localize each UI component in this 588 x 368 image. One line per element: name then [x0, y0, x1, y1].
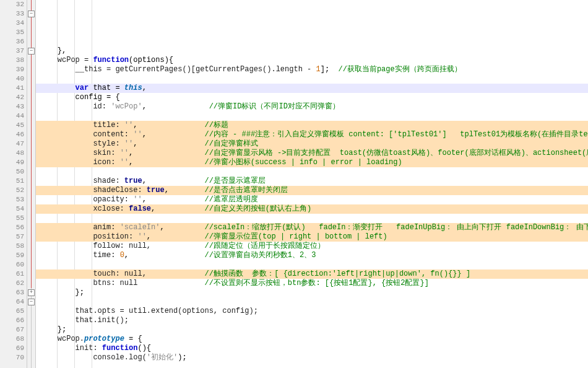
- line-number[interactable]: 42: [0, 93, 24, 102]
- code-line[interactable]: follow: null, //跟随定位（适用于长按跟随定位）: [36, 242, 588, 251]
- code-line[interactable]: },: [36, 46, 588, 56]
- line-number[interactable]: 51: [0, 177, 24, 186]
- line-number[interactable]: 36: [0, 37, 24, 46]
- token: ,: [147, 232, 205, 241]
- fold-expand-icon[interactable]: +: [28, 289, 35, 296]
- line-number[interactable]: 37: [0, 46, 24, 56]
- code-line[interactable]: position: '', //弹窗显示位置(top | right | bot…: [36, 232, 588, 242]
- token: ,: [142, 195, 205, 204]
- code-line[interactable]: shade: true, //是否显示遮罩层: [36, 177, 588, 186]
- token: function: [102, 344, 138, 353]
- token: __this = getCurrentPages()[getCurrentPag…: [40, 65, 316, 74]
- token: 0: [120, 251, 124, 260]
- line-number[interactable]: 33: [0, 9, 24, 19]
- code-line[interactable]: time: 0, //设置弹窗自动关闭秒数1、2、3: [36, 251, 588, 260]
- code-line[interactable]: [36, 167, 588, 177]
- code-line[interactable]: wcPop = function(options){: [36, 56, 588, 65]
- line-number[interactable]: 66: [0, 316, 24, 325]
- code-line[interactable]: opacity: '', //遮罩层透明度: [36, 195, 588, 204]
- line-number[interactable]: 70: [0, 353, 24, 362]
- code-line[interactable]: config = {: [36, 93, 588, 102]
- token: 'scaleIn': [120, 223, 160, 232]
- code-line[interactable]: [36, 362, 588, 368]
- code-line[interactable]: shadeClose: true, //是否点击遮罩时关闭层: [36, 186, 588, 195]
- code-line[interactable]: title: '', //标题: [36, 121, 588, 130]
- line-number[interactable]: 46: [0, 130, 24, 139]
- code-line[interactable]: console.log('初始化');: [36, 353, 588, 362]
- line-number[interactable]: 44: [0, 112, 24, 121]
- code-line[interactable]: __this = getCurrentPages()[getCurrentPag…: [36, 65, 588, 74]
- line-number[interactable]: 68: [0, 335, 24, 344]
- line-number[interactable]: 50: [0, 167, 24, 177]
- code-line[interactable]: that.init();: [36, 316, 588, 325]
- line-number[interactable]: 56: [0, 223, 24, 232]
- line-number[interactable]: 64: [0, 297, 24, 307]
- code-line[interactable]: touch: null, //触摸函数 参数：[ {direction:'lef…: [36, 269, 588, 279]
- line-number[interactable]: 49: [0, 158, 24, 167]
- code-line[interactable]: [36, 260, 588, 269]
- code-line[interactable]: anim: 'scaleIn', //scaleIn：缩放打开(默认) fade…: [36, 223, 588, 232]
- token: shade:: [40, 177, 124, 185]
- line-number[interactable]: 47: [0, 139, 24, 149]
- line-number[interactable]: 53: [0, 195, 24, 204]
- code-line[interactable]: };: [36, 288, 588, 297]
- token: btns: null: [40, 279, 204, 287]
- token: true: [147, 186, 165, 195]
- line-number[interactable]: 59: [0, 251, 24, 260]
- token: ];: [321, 65, 339, 74]
- line-number[interactable]: 45: [0, 121, 24, 130]
- code-area[interactable]: }, wcPop = function(options){ __this = g…: [36, 0, 588, 368]
- line-number[interactable]: 38: [0, 56, 24, 65]
- token: //是否点击遮罩时关闭层: [204, 186, 287, 195]
- code-line[interactable]: style: '', //自定弹窗样式: [36, 139, 588, 149]
- code-line[interactable]: [36, 214, 588, 223]
- line-number[interactable]: 32: [0, 0, 24, 9]
- line-number[interactable]: 63: [0, 288, 24, 297]
- token: (options){: [129, 56, 173, 64]
- line-number[interactable]: 61: [0, 269, 24, 279]
- code-line[interactable]: [36, 297, 588, 307]
- line-number[interactable]: 60: [0, 260, 24, 269]
- token: 'wcPop': [111, 102, 142, 111]
- code-line[interactable]: content: '', //内容 - ###注意：引入自定义弹窗模板 cont…: [36, 130, 588, 139]
- token: ,: [124, 251, 205, 260]
- code-line[interactable]: [36, 112, 588, 121]
- code-line[interactable]: wcPop.prototype = {: [36, 335, 588, 344]
- token: follow: null,: [40, 242, 204, 250]
- line-number[interactable]: 34: [0, 19, 24, 28]
- line-number-gutter[interactable]: 3233343536373839404142434445464748495051…: [0, 0, 27, 368]
- fold-column[interactable]: −−+−: [27, 0, 36, 368]
- code-line[interactable]: init: function(){: [36, 344, 588, 353]
- code-line[interactable]: that.opts = util.extend(options, config)…: [36, 307, 588, 316]
- line-number[interactable]: 67: [0, 325, 24, 335]
- line-number[interactable]: 62: [0, 279, 24, 288]
- code-line[interactable]: xclose: false, //自定义关闭按钮(默认右上角): [36, 204, 588, 214]
- line-number[interactable]: 48: [0, 149, 24, 158]
- line-number[interactable]: 57: [0, 232, 24, 242]
- code-line[interactable]: icon: '', //弹窗小图标(success | info | error…: [36, 158, 588, 167]
- code-line[interactable]: [36, 74, 588, 84]
- line-number[interactable]: 69: [0, 344, 24, 353]
- token: //内容 - ###注意：引入自定义弹窗模板 content: ['tplTes…: [204, 130, 588, 139]
- line-number[interactable]: 65: [0, 307, 24, 316]
- code-line[interactable]: };: [36, 325, 588, 335]
- line-number[interactable]: 35: [0, 28, 24, 37]
- fold-collapse-icon[interactable]: −: [28, 299, 35, 305]
- line-number[interactable]: 54: [0, 204, 24, 214]
- token: //不设置则不显示按钮，btn参数: [{按钮1配置}, {按钮2配置}]: [204, 279, 428, 287]
- code-line[interactable]: skin: '', //自定弹窗显示风格 ->目前支持配置 toast(仿微信t…: [36, 149, 588, 158]
- line-number[interactable]: 52: [0, 186, 24, 195]
- code-line[interactable]: var that = this,: [36, 84, 588, 93]
- line-number[interactable]: 40: [0, 74, 24, 84]
- fold-collapse-icon[interactable]: −: [28, 11, 35, 17]
- token: ,: [151, 204, 204, 213]
- line-number[interactable]: 39: [0, 65, 24, 74]
- code-line[interactable]: id: 'wcPop', //弹窗ID标识（不同ID对应不同弹窗）: [36, 102, 588, 112]
- token: opacity:: [40, 195, 133, 204]
- fold-collapse-icon[interactable]: −: [28, 48, 35, 55]
- line-number[interactable]: 55: [0, 214, 24, 223]
- line-number[interactable]: 41: [0, 84, 24, 93]
- line-number[interactable]: 58: [0, 242, 24, 251]
- code-line[interactable]: btns: null //不设置则不显示按钮，btn参数: [{按钮1配置}, …: [36, 279, 588, 288]
- line-number[interactable]: 43: [0, 102, 24, 112]
